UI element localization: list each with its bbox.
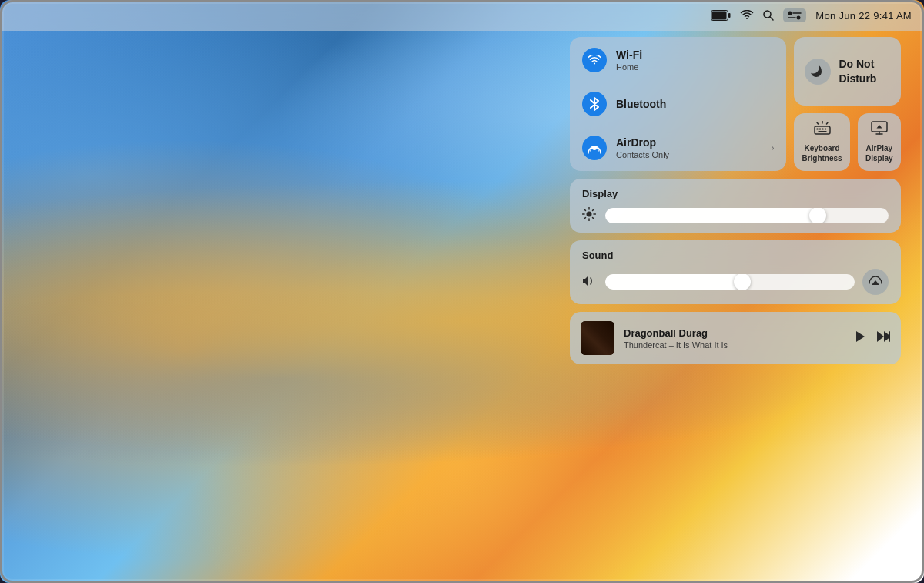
display-title: Display: [582, 188, 889, 199]
dnd-label: Do NotDisturb: [839, 57, 876, 85]
wifi-sublabel: Home: [616, 62, 774, 72]
svg-line-18: [826, 122, 828, 124]
airdrop-sublabel: Contacts Only: [616, 150, 762, 159]
divider-1: [581, 82, 775, 82]
svg-line-17: [817, 122, 819, 124]
menubar-datetime: Mon Jun 22 9:41 AM: [815, 10, 912, 22]
skip-forward-button[interactable]: [876, 330, 890, 346]
svg-rect-15: [818, 131, 826, 132]
bluetooth-icon: [582, 92, 607, 116]
display-slider-row: [582, 207, 889, 223]
bluetooth-label: Bluetooth: [616, 98, 774, 111]
control-center-panel: Wi-Fi Home Bluetooth: [570, 37, 901, 364]
right-column: Do NotDisturb: [794, 37, 901, 171]
svg-rect-1: [712, 12, 727, 20]
svg-rect-29: [889, 331, 890, 342]
do-not-disturb-tile[interactable]: Do NotDisturb: [794, 37, 901, 106]
svg-rect-11: [816, 129, 818, 130]
wifi-menubar-icon[interactable]: [740, 10, 754, 21]
volume-thumb: [734, 274, 751, 290]
bluetooth-text: Bluetooth: [616, 98, 774, 111]
spotlight-icon[interactable]: [763, 10, 774, 21]
volume-icon: [582, 275, 598, 290]
connectivity-tile: Wi-Fi Home Bluetooth: [570, 37, 786, 171]
volume-slider[interactable]: [605, 274, 855, 290]
menubar: Mon Jun 22 9:41 AM: [0, 0, 924, 31]
small-tiles-row: KeyboardBrightness AirPlayDisplay: [794, 113, 901, 171]
control-center-icon[interactable]: [783, 8, 806, 22]
sound-slider-row: [582, 269, 889, 295]
play-button[interactable]: [855, 330, 865, 346]
brightness-fill: [605, 208, 818, 223]
sound-title: Sound: [582, 250, 889, 261]
album-art: [581, 321, 614, 355]
brightness-thumb: [809, 208, 826, 223]
svg-line-25: [584, 209, 586, 211]
airdrop-item[interactable]: AirDrop Contacts Only ›: [582, 136, 774, 160]
track-title: Dragonball Durag: [624, 327, 845, 339]
battery-icon[interactable]: [711, 10, 731, 21]
sound-tile: Sound: [570, 240, 901, 304]
svg-rect-13: [822, 129, 823, 130]
divider-2: [581, 126, 775, 126]
brightness-icon: [582, 207, 598, 223]
wifi-item[interactable]: Wi-Fi Home: [582, 48, 774, 72]
playback-controls: [855, 330, 890, 346]
airdrop-label: AirDrop: [616, 136, 762, 149]
volume-fill: [605, 274, 742, 290]
now-playing-tile: Dragonball Durag Thundercat – It Is What…: [570, 312, 901, 364]
display-tile: Display: [570, 179, 901, 233]
track-artist: Thundercat – It Is What It Is: [624, 340, 845, 350]
bluetooth-item[interactable]: Bluetooth: [582, 92, 774, 116]
svg-line-26: [593, 218, 594, 219]
svg-line-28: [584, 218, 586, 219]
airplay-display-icon: [871, 121, 888, 139]
airplay-display-tile[interactable]: AirPlayDisplay: [858, 113, 901, 171]
svg-rect-10: [815, 126, 830, 134]
airdrop-icon: [582, 136, 607, 160]
brightness-slider[interactable]: [605, 208, 889, 223]
wifi-label: Wi-Fi: [616, 49, 774, 62]
svg-point-5: [788, 12, 792, 15]
keyboard-brightness-icon: [814, 121, 831, 139]
airdrop-text: AirDrop Contacts Only: [616, 136, 762, 159]
svg-point-8: [797, 16, 801, 20]
dnd-icon: [805, 59, 831, 85]
track-info: Dragonball Durag Thundercat – It Is What…: [624, 327, 845, 350]
airplay-audio-button[interactable]: [862, 269, 889, 295]
airdrop-arrow-icon: ›: [771, 142, 774, 153]
svg-line-27: [593, 209, 594, 211]
svg-rect-12: [819, 129, 821, 130]
svg-rect-2: [728, 13, 731, 18]
wifi-text: Wi-Fi Home: [616, 49, 774, 72]
airplay-display-label: AirPlayDisplay: [865, 143, 893, 163]
top-row: Wi-Fi Home Bluetooth: [570, 37, 901, 171]
keyboard-brightness-label: KeyboardBrightness: [802, 143, 842, 163]
svg-point-20: [587, 212, 592, 217]
svg-rect-14: [825, 129, 826, 130]
svg-line-4: [770, 17, 773, 20]
keyboard-brightness-tile[interactable]: KeyboardBrightness: [794, 113, 849, 171]
wifi-icon: [582, 48, 607, 72]
